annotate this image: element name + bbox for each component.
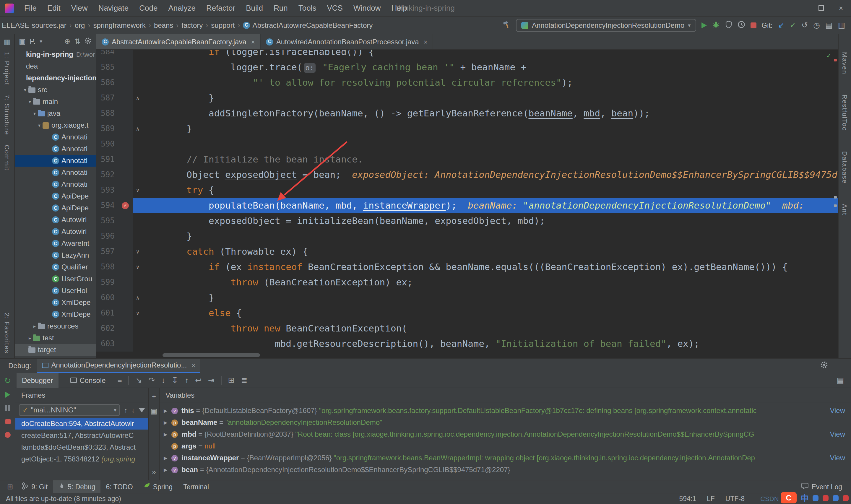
search-everywhere-icon[interactable]: ▥ [838, 21, 845, 30]
editor-code-line[interactable]: 587∧ } [96, 90, 838, 106]
stripe-button-commit[interactable]: Commit [3, 145, 11, 171]
filter-frames-icon[interactable] [139, 408, 145, 412]
tree-toggle-icon[interactable]: ▸ [31, 324, 38, 329]
breadcrumb-item[interactable]: factory [181, 21, 203, 29]
stripe-button-1-project[interactable]: 1: Project [3, 52, 11, 85]
fold-marker[interactable]: ∨ [133, 244, 142, 259]
project-tree-item[interactable]: CUserGrou [15, 273, 96, 285]
project-tree-item[interactable]: CAnnotati [15, 178, 96, 190]
pause-button[interactable] [5, 405, 10, 411]
expand-icon[interactable]: ▶ [164, 455, 171, 461]
menu-edit[interactable]: Edit [42, 3, 66, 13]
stripe-mark[interactable] [834, 196, 837, 199]
frame-row[interactable]: createBean:517, AbstractAutowireC [15, 430, 148, 442]
project-tree-item[interactable]: dea [15, 60, 96, 72]
error-stripe-mark[interactable] [834, 59, 837, 61]
fold-marker[interactable]: ∨ [133, 183, 142, 198]
layout-menu-icon[interactable]: ≡ [117, 376, 122, 385]
next-frame-icon[interactable]: ↓ [131, 407, 135, 414]
project-tree-item[interactable]: CXmlDepe [15, 308, 96, 320]
toolwindow-button-5-debug[interactable]: 5: Debug [53, 480, 101, 493]
editor-code-line[interactable]: 594✓ populateBean(beanName, mbd, instanc… [96, 198, 838, 213]
step-over-icon[interactable]: ↷ [149, 376, 155, 385]
frame-row[interactable]: getObject:-1, 758348212 (org.spring [15, 453, 148, 465]
tree-toggle-icon[interactable]: ▾ [26, 99, 33, 104]
stop-process-button[interactable] [5, 419, 10, 424]
menu-view[interactable]: View [66, 3, 93, 13]
editor-code-line[interactable]: 591 // Initialize the bean instance. [96, 152, 838, 167]
tab-console[interactable]: Console [65, 373, 111, 388]
coverage-button[interactable] [725, 20, 732, 30]
layout-icon[interactable]: ▤ [825, 21, 833, 30]
stripe-button-database[interactable]: Database [841, 151, 848, 184]
rerun-button[interactable]: ↻ [4, 377, 11, 384]
debug-session-tab[interactable]: AnnotationDependencyInjectionResolutio..… [37, 359, 200, 373]
evaluate-expression-icon[interactable]: ⊞ [228, 376, 235, 385]
debug-button[interactable] [712, 20, 720, 30]
breadcrumb-item[interactable]: CAbstractAutowireCapableBeanFactory [243, 21, 373, 29]
editor-code-line[interactable]: 592 Object exposedObject = bean; exposed… [96, 167, 838, 183]
caret-position[interactable]: 594:1 [679, 495, 696, 502]
frame-row[interactable]: doCreateBean:594, AbstractAutowir [15, 418, 148, 430]
horizontal-scrollbar[interactable] [163, 353, 260, 357]
chevron-down-icon[interactable]: ▾ [40, 38, 42, 44]
stripe-button-7-structure[interactable]: 7: Structure [3, 95, 11, 136]
editor-code-line[interactable]: 585 logger.trace(o: "Eagerly caching bea… [96, 60, 838, 75]
variable-row[interactable]: pargs = null [160, 440, 851, 452]
editor-code-line[interactable]: 590 [96, 137, 838, 152]
restore-layout-icon[interactable]: ▤ [836, 376, 851, 385]
close-tab-icon[interactable]: × [424, 38, 428, 45]
project-tree-item[interactable]: CXmlDepe [15, 296, 96, 308]
editor-code-line[interactable]: 597∨ catch (Throwable ex) { [96, 244, 838, 259]
menu-code[interactable]: Code [134, 3, 163, 13]
variable-row[interactable]: ▶vinstanceWrapper = {BeanWrapperImpl@205… [160, 452, 851, 464]
stripe-mark[interactable] [834, 204, 837, 207]
project-tree-item[interactable]: CApiDepe [15, 190, 96, 202]
breadcrumb-item[interactable]: ELEASE-sources.jar [2, 21, 67, 29]
code-editor[interactable]: 584 if (logger.isTraceEnabled()) {585 lo… [96, 50, 838, 358]
thread-selector[interactable]: ✓ "mai...NNING" ▾ [19, 404, 120, 416]
view-link[interactable]: View [830, 430, 845, 438]
variable-row[interactable]: ▶pbeanName = "annotationDependencyInject… [160, 417, 851, 428]
tree-toggle-icon[interactable]: ▾ [22, 87, 29, 92]
menu-refactor[interactable]: Refactor [201, 3, 240, 13]
force-step-into-icon[interactable]: ↧ [172, 376, 178, 385]
expand-icon[interactable]: ▶ [164, 408, 171, 413]
editor-code-line[interactable]: 595 exposedObject = initializeBean(beanN… [96, 213, 838, 229]
watch-view-icon[interactable]: ▣ [151, 407, 158, 415]
previous-frame-icon[interactable]: ↑ [124, 407, 127, 414]
menu-file[interactable]: File [19, 3, 42, 13]
editor-code-line[interactable]: 603 mbd.getResourceDescription(), beanNa… [96, 336, 838, 352]
editor-code-line[interactable]: 589∧ } [96, 121, 838, 137]
stripe-button-2-favorites[interactable]: 2: Favorites [3, 312, 11, 353]
fold-marker[interactable]: ∧ [133, 290, 142, 305]
minimize-button[interactable] [791, 0, 811, 16]
editor-code-line[interactable]: 599 throw (BeanCreationException) ex; [96, 275, 838, 290]
breadcrumb-item[interactable]: springframework [93, 21, 145, 29]
expand-strip-icon[interactable]: » [152, 468, 156, 476]
menu-vcs[interactable]: VCS [322, 3, 348, 13]
toolwindow-button-6-todo[interactable]: 6: TODO [101, 480, 138, 493]
editor-code-line[interactable]: 593∨ try { [96, 183, 838, 198]
menu-help[interactable]: Help [386, 3, 413, 13]
step-out-icon[interactable]: ↑ [185, 376, 188, 385]
line-separator[interactable]: LF [707, 495, 715, 502]
file-encoding[interactable]: UTF-8 [725, 495, 745, 502]
drop-frame-icon[interactable]: ↩ [195, 376, 201, 385]
project-tree-item[interactable]: CApiDepe [15, 202, 96, 214]
collapse-all-icon[interactable]: ⇅ [74, 37, 80, 46]
expand-icon[interactable]: ▶ [164, 420, 171, 425]
vcs-status-message[interactable]: All files are up-to-date (8 minutes ago) [6, 495, 121, 502]
project-tree-item[interactable]: ▾java [15, 108, 96, 119]
menu-build[interactable]: Build [240, 3, 268, 13]
step-into-icon[interactable]: ↓ [161, 376, 165, 385]
stripe-button-maven[interactable]: Maven [841, 52, 848, 74]
gear-icon[interactable] [85, 37, 92, 46]
tree-toggle-icon[interactable]: ▾ [31, 111, 38, 116]
editor-code-line[interactable]: 584 if (logger.isTraceEnabled()) { [96, 50, 838, 60]
inspections-ok-icon[interactable]: ✓ [827, 51, 831, 60]
editor-tab[interactable]: CAutowiredAnnotationBeanPostProcessor.ja… [261, 34, 433, 49]
hide-panel-icon[interactable]: ─ [838, 362, 843, 370]
tree-toggle-icon[interactable]: ▸ [26, 335, 33, 341]
locate-file-icon[interactable]: ⊕ [65, 37, 70, 46]
